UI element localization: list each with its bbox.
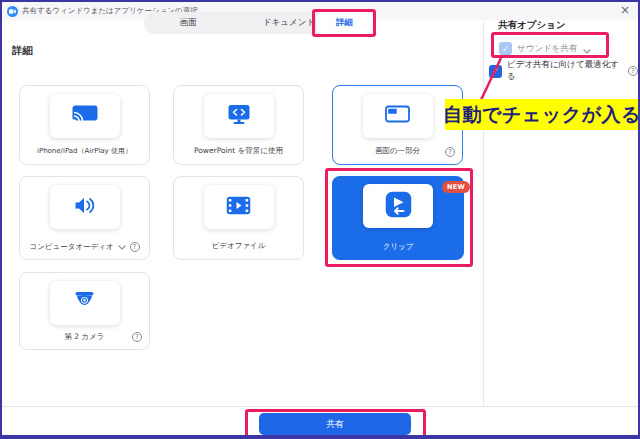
- card-label: クリップ: [334, 242, 462, 252]
- card-label: iPhone/iPad（AirPlay 使用）: [22, 146, 147, 156]
- tab-screen[interactable]: 画面: [158, 12, 218, 34]
- tab-advanced[interactable]: 詳細: [316, 12, 373, 34]
- card-video-file[interactable]: ビデオファイル: [173, 176, 304, 260]
- zoom-logo-icon: [7, 6, 18, 17]
- tab-bar: 画面 ドキュメント 詳細: [144, 12, 374, 34]
- help-icon[interactable]: ?: [445, 147, 455, 157]
- icon-tile: [204, 94, 274, 138]
- close-icon: ×: [620, 3, 630, 17]
- icon-tile: [204, 185, 274, 229]
- optimize-video-label: ビデオ共有に向けて最適化する: [507, 59, 623, 83]
- chevron-down-icon[interactable]: [118, 243, 126, 252]
- help-icon[interactable]: ?: [628, 66, 638, 76]
- check-icon: ✓: [502, 44, 510, 54]
- card-second-camera[interactable]: 第 2 カメラ ?: [19, 272, 150, 350]
- card-label: ビデオファイル: [176, 241, 301, 251]
- share-options-heading: 共有オプション: [498, 19, 566, 32]
- card-label: PowerPoint を背景に使用: [176, 146, 301, 156]
- close-button[interactable]: ×: [620, 3, 630, 17]
- card-clips[interactable]: NEW クリップ: [332, 176, 464, 260]
- help-icon[interactable]: ?: [132, 332, 142, 342]
- share-sound-label: サウンドを共有: [517, 43, 578, 55]
- airplay-icon: [72, 105, 98, 127]
- icon-tile: [50, 94, 120, 138]
- share-select-window: 共有するウィンドウまたはアプリケーションの選択 × 画面 ドキュメント 詳細 共…: [0, 0, 640, 439]
- clips-icon: [385, 191, 412, 222]
- new-badge: NEW: [442, 181, 470, 193]
- card-label: コンピュータオーディオ: [29, 242, 113, 252]
- screen-portion-icon: [385, 105, 410, 127]
- computer-audio-icon: [74, 196, 96, 219]
- callout-auto-checked: 自動でチェックが入る: [445, 99, 639, 130]
- card-computer-audio[interactable]: コンピュータオーディオ ?: [19, 176, 150, 260]
- footer-divider: [2, 406, 638, 407]
- chevron-down-icon[interactable]: [583, 39, 591, 58]
- icon-tile: [50, 281, 120, 325]
- card-powerpoint-background[interactable]: PowerPoint を背景に使用: [173, 85, 304, 165]
- card-label: 画面の一部分: [335, 146, 460, 156]
- icon-tile: [363, 94, 433, 138]
- help-icon[interactable]: ?: [130, 242, 140, 252]
- video-file-icon: [226, 196, 251, 219]
- section-heading: 詳細: [12, 44, 33, 58]
- icon-tile: [363, 184, 433, 228]
- second-camera-icon: [73, 291, 96, 316]
- share-sound-checkbox[interactable]: ✓: [499, 42, 512, 55]
- card-label: 第 2 カメラ: [64, 332, 104, 342]
- share-sound-option: ✓ サウンドを共有: [499, 39, 591, 58]
- share-button[interactable]: 共有: [259, 413, 411, 435]
- icon-tile: [50, 185, 120, 229]
- powerpoint-background-icon: [227, 104, 251, 129]
- card-iphone-ipad-airplay[interactable]: iPhone/iPad（AirPlay 使用）: [19, 85, 150, 165]
- optimize-video-option: ✓ ビデオ共有に向けて最適化する ?: [489, 59, 638, 83]
